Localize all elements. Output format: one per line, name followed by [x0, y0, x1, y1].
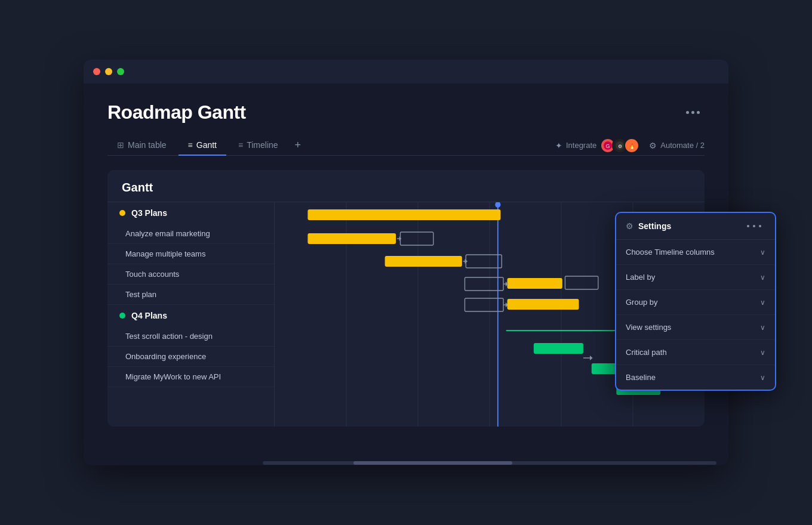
- svg-rect-30: [508, 299, 579, 310]
- traffic-light-yellow[interactable]: [105, 68, 112, 75]
- svg-text:⚙: ⚙: [618, 144, 622, 149]
- task-onboarding-label: Onboarding experience: [125, 352, 206, 361]
- task-testplan-label: Test plan: [125, 290, 156, 299]
- chevron-group-by: ∨: [760, 298, 765, 307]
- group-row-q4: Q4 Plans: [107, 305, 274, 326]
- settings-baseline-label: Baseline: [626, 373, 656, 382]
- chevron-label-by: ∨: [760, 273, 765, 282]
- settings-gear-icon: ⚙: [626, 221, 633, 231]
- integrate-button[interactable]: ✦ Integrate G ⚙ 🔥: [555, 138, 639, 153]
- task-row-touch: Touch accounts: [107, 264, 274, 285]
- integrate-label: Integrate: [566, 141, 596, 150]
- chevron-choose-timeline: ∨: [760, 248, 765, 257]
- task-row-analyze: Analyze email marketing: [107, 224, 274, 244]
- chevron-view-settings: ∨: [760, 323, 765, 332]
- task-row-migrate: Migrate MyWork to new API: [107, 367, 274, 387]
- svg-text:G: G: [606, 143, 610, 149]
- settings-item-group-by[interactable]: Group by ∨: [616, 290, 775, 315]
- tabs-right: ✦ Integrate G ⚙ 🔥: [555, 138, 705, 153]
- s-dot2: [753, 225, 755, 227]
- header-actions: [681, 107, 705, 118]
- tab-gantt-label: Gantt: [196, 140, 217, 150]
- gantt-left-panel: Q3 Plans Analyze email marketing Manage …: [107, 202, 275, 427]
- svg-rect-23: [508, 278, 562, 289]
- svg-rect-18: [385, 256, 462, 267]
- settings-item-label-by[interactable]: Label by ∨: [616, 265, 775, 290]
- s-dot3: [759, 225, 761, 227]
- task-row-scroll: Test scroll action - design: [107, 326, 274, 347]
- avatar-stack: G ⚙ 🔥: [600, 138, 639, 153]
- dot2: [691, 111, 694, 114]
- svg-rect-32: [534, 343, 583, 354]
- traffic-light-red[interactable]: [93, 68, 100, 75]
- settings-group-by-label: Group by: [626, 298, 657, 307]
- chevron-critical-path: ∨: [760, 348, 765, 357]
- automate-icon: ⚙: [649, 141, 657, 150]
- dot3: [697, 111, 700, 114]
- tab-main-table-label: Main table: [128, 140, 167, 150]
- settings-view-settings-label: View settings: [626, 323, 671, 332]
- gantt-view-title: Gantt: [122, 181, 153, 194]
- settings-dot-menu[interactable]: [743, 223, 765, 230]
- gantt-header: Gantt: [107, 170, 705, 202]
- tab-main-table[interactable]: ⊞ Main table: [107, 135, 176, 156]
- settings-item-critical-path[interactable]: Critical path ∨: [616, 340, 775, 365]
- svg-marker-34: [590, 356, 593, 360]
- svg-rect-19: [466, 255, 502, 268]
- settings-title: Settings: [638, 221, 671, 231]
- task-analyze-label: Analyze email marketing: [125, 229, 210, 238]
- automate-label: Automate / 2: [660, 141, 705, 150]
- svg-rect-13: [307, 209, 500, 220]
- task-row-onboarding: Onboarding experience: [107, 347, 274, 367]
- integrate-icon: ✦: [555, 141, 562, 150]
- task-touch-label: Touch accounts: [125, 270, 179, 279]
- avatar-3: 🔥: [624, 138, 639, 153]
- timeline-icon: ≡: [238, 140, 243, 150]
- tabs-bar: ⊞ Main table ≡ Gantt ≡ Timeline + ✦ Inte…: [107, 135, 705, 156]
- settings-item-view-settings[interactable]: View settings ∨: [616, 315, 775, 340]
- svg-rect-15: [400, 232, 433, 245]
- automate-button[interactable]: ⚙ Automate / 2: [649, 141, 705, 150]
- settings-critical-path-label: Critical path: [626, 348, 667, 357]
- settings-choose-timeline-label: Choose Timeline columns: [626, 248, 715, 257]
- tab-timeline[interactable]: ≡ Timeline: [229, 135, 288, 156]
- svg-point-12: [495, 202, 500, 208]
- q3-label: Q3 Plans: [131, 208, 167, 218]
- task-manage-label: Manage multiple teams: [125, 249, 205, 258]
- tab-timeline-label: Timeline: [247, 140, 278, 150]
- settings-item-baseline[interactable]: Baseline ∨: [616, 365, 775, 390]
- chevron-baseline: ∨: [760, 373, 765, 382]
- svg-text:🔥: 🔥: [629, 143, 636, 150]
- svg-rect-14: [307, 233, 396, 244]
- settings-label-by-label: Label by: [626, 273, 655, 282]
- q4-label: Q4 Plans: [131, 311, 167, 320]
- settings-header: ⚙ Settings: [616, 213, 775, 240]
- main-table-icon: ⊞: [117, 140, 124, 150]
- svg-rect-26: [565, 276, 598, 289]
- tab-gantt[interactable]: ≡ Gantt: [179, 135, 226, 156]
- task-row-testplan: Test plan: [107, 285, 274, 305]
- screen-wrapper: Roadmap Gantt ⊞ Main table ≡ Gan: [0, 0, 812, 525]
- s-dot1: [747, 225, 749, 227]
- dot-menu-button[interactable]: [681, 107, 705, 118]
- dot1: [686, 111, 689, 114]
- q4-dot: [119, 313, 125, 319]
- group-row-q3: Q3 Plans: [107, 202, 274, 224]
- window-titlebar: [84, 60, 728, 84]
- page-title: Roadmap Gantt: [107, 101, 246, 123]
- gantt-icon: ≡: [188, 140, 193, 150]
- task-migrate-label: Migrate MyWork to new API: [125, 372, 221, 381]
- settings-title-row: ⚙ Settings: [626, 221, 671, 231]
- settings-item-choose-timeline[interactable]: Choose Timeline columns ∨: [616, 240, 775, 265]
- task-row-manage: Manage multiple teams: [107, 244, 274, 264]
- page-header: Roadmap Gantt: [107, 101, 705, 123]
- settings-panel: ⚙ Settings Choose Timeline columns ∨ Lab…: [615, 212, 776, 391]
- traffic-light-green[interactable]: [117, 68, 124, 75]
- task-scroll-label: Test scroll action - design: [125, 332, 213, 341]
- q3-dot: [119, 210, 125, 216]
- add-tab-button[interactable]: +: [290, 137, 306, 154]
